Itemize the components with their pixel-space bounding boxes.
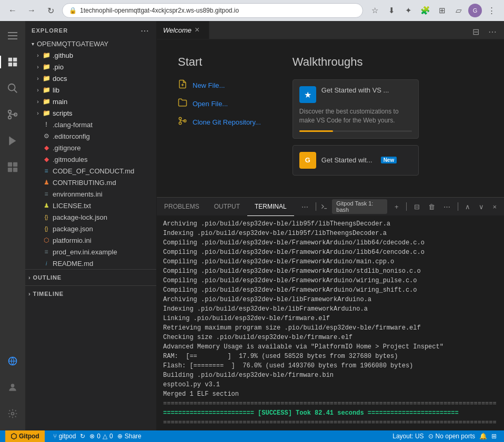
- menu-button[interactable]: ⋮: [484, 3, 499, 18]
- sync-icon: ↻: [80, 433, 85, 440]
- activity-extensions[interactable]: [0, 155, 25, 180]
- timeline-header[interactable]: › TIMELINE: [25, 288, 156, 300]
- activity-explorer[interactable]: [0, 49, 25, 75]
- tree-item-github[interactable]: › 📁 .github: [25, 49, 156, 61]
- split-button[interactable]: ▱: [451, 3, 466, 18]
- split-editor-button[interactable]: ⊟: [468, 24, 483, 39]
- welcome-clone-repo-action[interactable]: Clone Git Repository...: [178, 116, 261, 128]
- address-bar[interactable]: 🔒 1technophil-openmqttgat-4xckjcspr2x.ws…: [62, 3, 363, 18]
- tree-item-platformio[interactable]: ⬡ platformio.ini: [25, 234, 156, 246]
- branch-icon: ⑂: [53, 433, 57, 440]
- gitmodules-icon: ◆: [42, 155, 51, 163]
- panel-tab-problems[interactable]: PROBLEMS: [157, 198, 207, 216]
- panel-btn-scroll-up[interactable]: ∧: [462, 200, 473, 213]
- download-button[interactable]: ⬇: [384, 3, 399, 18]
- star-button[interactable]: ✦: [401, 3, 416, 18]
- reload-button[interactable]: ↻: [43, 3, 58, 18]
- tree-item-main[interactable]: › 📁 main: [25, 96, 156, 107]
- tab-bar: Welcome × ⊟ ⋯: [157, 21, 504, 39]
- tree-item-gitmodules[interactable]: ◆ .gitmodules: [25, 153, 156, 165]
- activity-search[interactable]: [0, 76, 25, 101]
- bookmark-button[interactable]: ☆: [367, 3, 382, 18]
- svg-point-19: [179, 117, 182, 120]
- panel-btn-more[interactable]: ⋯: [298, 200, 311, 213]
- tree-item-readme[interactable]: i README.md: [25, 258, 156, 269]
- panel-btn-add-terminal[interactable]: +: [391, 200, 402, 213]
- panel-tab-output[interactable]: OUTPUT: [207, 198, 247, 216]
- welcome-open-file-action[interactable]: Open File...: [178, 98, 261, 110]
- panel-btn-split[interactable]: ⊟: [411, 200, 423, 213]
- panel-divider-2: [406, 202, 407, 211]
- panel-btn-panel-more[interactable]: ⋯: [440, 200, 453, 213]
- activity-menu[interactable]: [0, 23, 25, 48]
- activity-accounts[interactable]: [0, 375, 25, 400]
- tab-manager-button[interactable]: ⊞: [435, 3, 449, 18]
- status-sync[interactable]: ↻: [78, 430, 87, 442]
- activity-run[interactable]: [0, 128, 25, 153]
- tree-item-prod-env[interactable]: ≡ prod_env.ini.example: [25, 246, 156, 258]
- status-notifications[interactable]: 🔔: [477, 430, 489, 442]
- contributing-icon: ♟: [42, 178, 51, 187]
- status-terminal-toggle[interactable]: ⊞: [489, 430, 499, 442]
- user-avatar[interactable]: G: [468, 4, 482, 17]
- tree-item-contributing[interactable]: ♟ CONTRIBUTING.md: [25, 177, 156, 188]
- panel-tab-terminal[interactable]: TERMINAL: [247, 198, 294, 216]
- spacer: [34, 155, 42, 163]
- status-ports[interactable]: ⊙ No open ports: [426, 430, 477, 442]
- tree-item-package-lock[interactable]: {} package-lock.json: [25, 211, 156, 223]
- tree-item-environments[interactable]: ≡ environments.ini: [25, 188, 156, 200]
- panel-btn-scroll-down[interactable]: ∨: [476, 200, 487, 213]
- chevron-down-icon: ▾: [28, 39, 37, 48]
- tree-item-license[interactable]: ♟ LICENSE.txt: [25, 200, 156, 211]
- status-git-branch[interactable]: ⑂ gitpod: [51, 430, 78, 442]
- gitpod-status-item[interactable]: ⬡ Gitpod: [5, 430, 45, 442]
- panel-btn-kill[interactable]: 🗑: [425, 200, 438, 213]
- tab-welcome-close[interactable]: ×: [195, 26, 199, 34]
- activity-remote[interactable]: [0, 348, 25, 374]
- outline-header[interactable]: › OUTLINE: [25, 272, 156, 283]
- tree-item-pio[interactable]: › 📁 .pio: [25, 61, 156, 73]
- terminal-line: Advanced Memory Usage is available via "…: [163, 342, 498, 352]
- terminal-line: Compiling .pio/build/esp32dev-ble/Framew…: [163, 248, 498, 257]
- main-area: EXPLORER ⋯ ▾ OPENMQTTGATEWAY › 📁 .github: [0, 21, 504, 430]
- svg-rect-9: [9, 137, 11, 146]
- terminal-toggle-icon: ⊞: [491, 433, 497, 440]
- environments-icon: ≡: [42, 190, 51, 198]
- status-layout[interactable]: Layout: US: [390, 430, 426, 442]
- terminal-content[interactable]: Archiving .pio/build/esp32dev-ble/lib95f…: [157, 216, 504, 430]
- back-button[interactable]: ←: [5, 3, 20, 18]
- sidebar-more-btn[interactable]: ⋯: [139, 25, 150, 36]
- panel-divider-3: [458, 202, 458, 211]
- status-errors[interactable]: ⊗ 0 △ 0: [87, 430, 115, 442]
- sidebar-title: EXPLORER: [32, 27, 68, 34]
- walkthrough-card-get-started[interactable]: ★ Get Started with VS ... Discover the b…: [293, 79, 419, 139]
- file-tree[interactable]: ▾ OPENMQTTGATEWAY › 📁 .github › 📁 .pio: [25, 38, 156, 430]
- tree-item-lib[interactable]: › 📁 lib: [25, 84, 156, 96]
- more-actions-button[interactable]: ⋯: [485, 24, 500, 39]
- tree-item-package[interactable]: {} package.json: [25, 223, 156, 234]
- lock-icon: 🔒: [69, 7, 77, 14]
- welcome-start-title: Start: [178, 55, 261, 69]
- welcome-new-file-action[interactable]: New File...: [178, 79, 261, 91]
- activity-source-control[interactable]: [0, 102, 25, 127]
- tree-item-gitignore[interactable]: ◆ .gitignore: [25, 142, 156, 153]
- walkthrough-card-get-started-2[interactable]: G Get Started wit... New: [293, 145, 419, 176]
- tree-item-scripts[interactable]: › 📁 scripts: [25, 107, 156, 119]
- tab-welcome[interactable]: Welcome ×: [157, 21, 209, 39]
- forward-button[interactable]: →: [24, 3, 39, 18]
- errors-count: 0: [97, 433, 100, 440]
- tree-root-folder[interactable]: ▾ OPENMQTTGATEWAY: [25, 38, 156, 49]
- tree-item-docs[interactable]: › 📁 docs: [25, 73, 156, 84]
- activity-settings[interactable]: [0, 401, 25, 426]
- status-share[interactable]: ⊕ Share: [115, 430, 144, 442]
- tree-item-code-of-conduct[interactable]: ≡ CODE_OF_CONDUCT.md: [25, 165, 156, 177]
- tree-item-editorconfig[interactable]: ⚙ .editorconfig: [25, 130, 156, 142]
- puzzle-button[interactable]: 🧩: [418, 3, 432, 18]
- panel-btn-close[interactable]: ×: [489, 200, 500, 213]
- vscode-container: EXPLORER ⋯ ▾ OPENMQTTGATEWAY › 📁 .github: [0, 21, 504, 442]
- terminal-line: esptool.py v3.1: [163, 380, 498, 389]
- chevron-right-icon: ›: [34, 97, 42, 106]
- svg-rect-12: [8, 168, 12, 172]
- svg-point-6: [8, 116, 12, 119]
- tree-item-clang-format[interactable]: ! .clang-format: [25, 119, 156, 130]
